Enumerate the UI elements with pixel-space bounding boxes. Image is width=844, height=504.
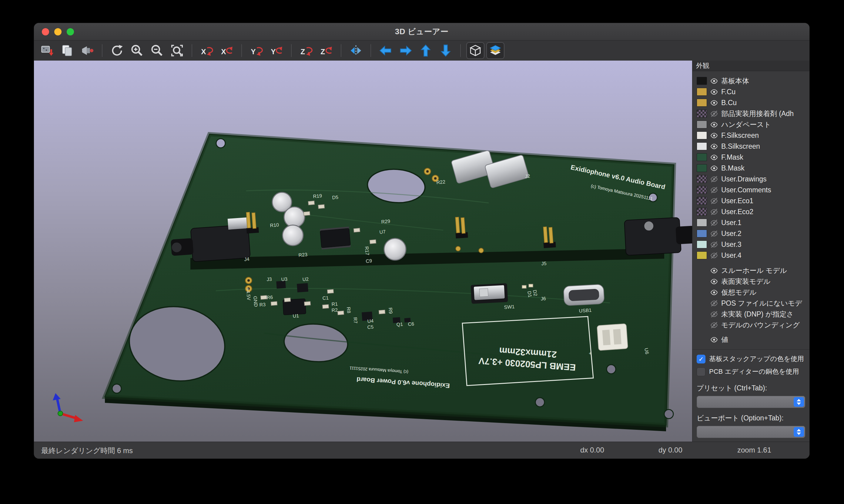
layer-row[interactable]: User.4 bbox=[692, 250, 809, 261]
visibility-off-eye-icon[interactable] bbox=[710, 208, 718, 216]
visibility-off-eye-icon[interactable] bbox=[710, 197, 718, 205]
layer-row[interactable]: B.Cu bbox=[692, 97, 809, 108]
visibility-off-eye-icon[interactable] bbox=[710, 310, 718, 318]
visibility-off-eye-icon[interactable] bbox=[710, 186, 718, 194]
layer-color-swatch[interactable] bbox=[697, 121, 707, 128]
layer-row[interactable]: F.Silkscreen bbox=[692, 130, 809, 141]
refresh-view-button[interactable] bbox=[108, 42, 126, 59]
appearance-panel-toggle[interactable] bbox=[486, 42, 504, 59]
layer-color-swatch[interactable] bbox=[697, 230, 707, 237]
visibility-on-eye-icon[interactable] bbox=[710, 153, 718, 161]
pan-up-button[interactable] bbox=[416, 42, 435, 59]
visibility-on-eye-icon[interactable] bbox=[710, 142, 718, 150]
visibility-on-eye-icon[interactable] bbox=[710, 277, 718, 286]
visibility-off-eye-icon[interactable] bbox=[710, 175, 718, 183]
visibility-off-eye-icon[interactable] bbox=[710, 299, 718, 307]
layer-row[interactable]: 基板本体 bbox=[692, 75, 809, 86]
color-option-checkbox[interactable] bbox=[697, 355, 705, 363]
visibility-on-eye-icon[interactable] bbox=[710, 288, 718, 296]
stackup-colors-option[interactable]: 基板スタックアップの色を使用 bbox=[692, 353, 809, 365]
layer-row[interactable]: ハンダペースト bbox=[692, 119, 809, 130]
layer-color-swatch[interactable] bbox=[697, 110, 707, 118]
3d-viewport[interactable]: Exidiophone v6.0 Audio Board (c) Tomoya … bbox=[34, 60, 692, 442]
stepper-icon[interactable] bbox=[794, 397, 804, 407]
layer-row[interactable]: User.Eco2 bbox=[692, 206, 809, 217]
rotate-x-ccw-button[interactable]: X bbox=[198, 42, 216, 59]
layer-color-swatch[interactable] bbox=[697, 219, 707, 227]
minimize-button[interactable] bbox=[54, 28, 62, 35]
visibility-on-eye-icon[interactable] bbox=[710, 164, 718, 172]
layer-row[interactable]: F.Mask bbox=[692, 152, 809, 163]
export-current-view-image-button[interactable] bbox=[38, 42, 56, 59]
layer-row[interactable]: POS ファイルにないモデ bbox=[692, 298, 809, 309]
close-button[interactable] bbox=[42, 28, 49, 35]
layer-color-swatch[interactable] bbox=[697, 131, 707, 139]
rotate-z-cw-button[interactable]: Z bbox=[317, 42, 335, 59]
layer-color-swatch[interactable] bbox=[697, 186, 707, 194]
layer-color-swatch[interactable] bbox=[697, 153, 707, 161]
pan-left-button[interactable] bbox=[377, 42, 395, 59]
raytracing-render-button[interactable] bbox=[78, 42, 97, 59]
color-option-checkbox[interactable] bbox=[697, 367, 705, 376]
flip-board-button[interactable] bbox=[347, 42, 365, 59]
visibility-on-eye-icon[interactable] bbox=[710, 77, 718, 85]
layer-color-swatch[interactable] bbox=[697, 197, 707, 205]
visibility-on-eye-icon[interactable] bbox=[710, 121, 718, 129]
layer-color-swatch[interactable] bbox=[697, 240, 707, 248]
visibility-on-eye-icon[interactable] bbox=[710, 88, 718, 96]
rotate-y-cw-button[interactable]: Y bbox=[268, 42, 286, 59]
layer-row[interactable]: スルーホール モデル bbox=[692, 265, 809, 276]
visibility-off-eye-icon[interactable] bbox=[710, 240, 718, 249]
orthographic-projection-toggle[interactable] bbox=[466, 42, 484, 59]
visibility-on-eye-icon[interactable] bbox=[710, 99, 718, 107]
layer-row[interactable]: 未実装 (DNP) が指定さ bbox=[692, 309, 809, 320]
layer-color-swatch[interactable] bbox=[697, 164, 707, 172]
layer-color-swatch[interactable] bbox=[697, 99, 707, 107]
layer-row[interactable]: User.Comments bbox=[692, 184, 809, 195]
layer-row[interactable]: 値 bbox=[692, 334, 809, 345]
pcb-editor-copper-option[interactable]: PCB エディターの銅色を使用 bbox=[692, 365, 809, 378]
visibility-off-eye-icon[interactable] bbox=[710, 321, 718, 329]
layer-row[interactable]: B.Silkscreen bbox=[692, 141, 809, 152]
layer-row[interactable]: 表面実装モデル bbox=[692, 276, 809, 287]
viewport-dropdown[interactable] bbox=[697, 426, 805, 438]
rotate-x-cw-button[interactable]: X bbox=[218, 42, 236, 59]
layer-color-swatch[interactable] bbox=[697, 251, 707, 259]
pan-down-button[interactable] bbox=[436, 42, 455, 59]
zoom-in-button[interactable] bbox=[128, 42, 146, 59]
layer-row[interactable]: User.Drawings bbox=[692, 174, 809, 184]
layer-row[interactable]: User.1 bbox=[692, 217, 809, 228]
layer-row[interactable]: User.Eco1 bbox=[692, 195, 809, 206]
pan-right-button[interactable] bbox=[397, 42, 415, 59]
zoom-out-button[interactable] bbox=[148, 42, 166, 59]
visibility-off-eye-icon[interactable] bbox=[710, 219, 718, 227]
visibility-on-eye-icon[interactable] bbox=[710, 131, 718, 140]
layer-color-swatch[interactable] bbox=[697, 77, 707, 85]
visibility-off-eye-icon[interactable] bbox=[710, 110, 718, 118]
copy-image-button[interactable] bbox=[58, 42, 76, 59]
layer-row[interactable]: モデルのバウンディング bbox=[692, 320, 809, 330]
layer-label: User.2 bbox=[721, 230, 741, 238]
stepper-icon[interactable] bbox=[794, 427, 804, 437]
layer-row[interactable]: B.Mask bbox=[692, 163, 809, 174]
layer-color-swatch[interactable] bbox=[697, 175, 707, 183]
visibility-off-eye-icon[interactable] bbox=[710, 251, 718, 259]
layer-label: 仮想モデル bbox=[721, 288, 757, 297]
titlebar[interactable]: 3D ビューアー bbox=[34, 23, 809, 41]
layer-color-swatch[interactable] bbox=[697, 88, 707, 96]
layer-row[interactable]: 仮想モデル bbox=[692, 287, 809, 298]
layer-row[interactable]: User.3 bbox=[692, 239, 809, 250]
layer-row[interactable]: 部品実装用接着剤 (Adh bbox=[692, 108, 809, 119]
visibility-off-eye-icon[interactable] bbox=[710, 230, 718, 238]
visibility-on-eye-icon[interactable] bbox=[710, 336, 718, 344]
layer-color-swatch[interactable] bbox=[697, 142, 707, 150]
preset-dropdown[interactable] bbox=[697, 396, 805, 408]
rotate-z-ccw-button[interactable]: Z bbox=[297, 42, 315, 59]
layer-color-swatch[interactable] bbox=[697, 208, 707, 216]
visibility-on-eye-icon[interactable] bbox=[710, 267, 718, 275]
layer-row[interactable]: F.Cu bbox=[692, 86, 809, 97]
zoom-to-fit-button[interactable] bbox=[168, 42, 186, 59]
fullscreen-button[interactable] bbox=[67, 28, 74, 35]
layer-row[interactable]: User.2 bbox=[692, 228, 809, 239]
rotate-y-ccw-button[interactable]: Y bbox=[247, 42, 265, 59]
